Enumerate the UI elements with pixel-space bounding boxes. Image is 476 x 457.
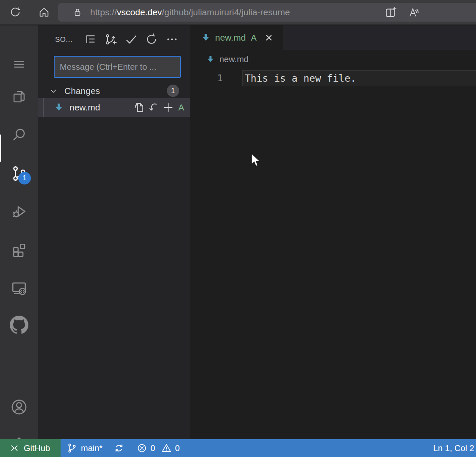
problems-status-item[interactable]: 0 0 bbox=[136, 439, 180, 457]
remote-indicator[interactable]: GitHub bbox=[0, 439, 61, 457]
source-control-sidebar: SO... bbox=[38, 25, 190, 439]
run-debug-icon bbox=[11, 203, 28, 220]
explorer-files-icon bbox=[11, 88, 27, 105]
stage-changes-button[interactable] bbox=[161, 98, 175, 117]
tab-new-md[interactable]: new.md A bbox=[190, 25, 283, 50]
account-icon bbox=[10, 398, 28, 416]
home-button[interactable] bbox=[36, 4, 53, 21]
commit-message-input[interactable] bbox=[54, 56, 181, 78]
sidebar-item-explorer[interactable] bbox=[0, 80, 38, 113]
tab-label: new.md bbox=[215, 33, 246, 43]
discard-icon bbox=[147, 101, 160, 114]
git-branch-icon bbox=[66, 443, 77, 454]
vscode-workbench: 1 bbox=[0, 25, 476, 439]
changes-count-badge: 1 bbox=[167, 85, 179, 97]
code-editor[interactable]: 1 This is a new file. bbox=[190, 69, 476, 439]
sidebar-title: SO... bbox=[55, 36, 72, 44]
error-icon bbox=[136, 443, 147, 454]
read-aloud-icon bbox=[408, 6, 421, 19]
status-bar: GitHub main* bbox=[0, 439, 476, 457]
sidebar-item-remote-explorer[interactable] bbox=[0, 272, 38, 304]
url-text: https://vscode.dev/github/juliamuiruri4/… bbox=[90, 7, 290, 17]
active-view-indicator bbox=[0, 135, 1, 162]
open-file-icon bbox=[133, 101, 146, 114]
browser-toolbar: https://vscode.dev/github/juliamuiruri4/… bbox=[0, 0, 476, 25]
code-line-text: This is a new file. bbox=[245, 70, 356, 86]
hamburger-menu-icon bbox=[12, 58, 26, 71]
source-control-badge: 1 bbox=[18, 172, 31, 184]
source-control-icon: 1 bbox=[11, 165, 28, 182]
refresh-icon bbox=[9, 6, 21, 18]
git-status-letter: A bbox=[175, 102, 187, 113]
discard-changes-button[interactable] bbox=[147, 98, 161, 117]
refresh-scm-button[interactable] bbox=[144, 31, 160, 47]
markdown-file-icon bbox=[206, 55, 215, 64]
sidebar-item-search[interactable] bbox=[0, 118, 38, 151]
extensions-icon bbox=[11, 241, 28, 258]
breadcrumb[interactable]: new.md bbox=[190, 50, 476, 69]
sidebar-item-run-debug[interactable] bbox=[0, 195, 38, 228]
tab-git-status: A bbox=[251, 33, 256, 43]
url-path: /github/juliamuiruri4/julia-resume bbox=[162, 7, 290, 17]
editor-group: new.md A new.md bbox=[190, 25, 476, 439]
menu-button[interactable] bbox=[0, 48, 38, 80]
changes-label: Changes bbox=[64, 86, 100, 96]
branch-status-item[interactable]: main* bbox=[66, 439, 102, 457]
home-icon bbox=[38, 6, 50, 18]
git-fetch-icon bbox=[104, 33, 118, 46]
fetch-button[interactable] bbox=[103, 31, 119, 47]
markdown-file-icon bbox=[201, 33, 211, 43]
browser-window: https://vscode.dev/github/juliamuiruri4/… bbox=[0, 0, 476, 457]
sync-icon bbox=[113, 443, 125, 454]
list-tree-icon bbox=[84, 33, 97, 46]
markdown-file-icon bbox=[53, 102, 64, 113]
open-file-button[interactable] bbox=[132, 98, 147, 117]
sync-status-item[interactable] bbox=[113, 439, 125, 457]
sidebar-item-github[interactable] bbox=[0, 309, 38, 341]
url-domain: vscode.dev bbox=[117, 7, 162, 17]
close-icon bbox=[265, 33, 273, 42]
indent-guide bbox=[43, 98, 44, 117]
changes-section-header[interactable]: Changes 1 bbox=[38, 83, 190, 99]
ellipsis-icon bbox=[166, 33, 178, 46]
mouse-cursor bbox=[250, 153, 262, 168]
check-icon bbox=[125, 33, 138, 46]
warning-count: 0 bbox=[175, 443, 180, 453]
close-tab-button[interactable] bbox=[263, 31, 275, 44]
github-icon bbox=[10, 316, 28, 334]
tab-strip: new.md A bbox=[190, 25, 476, 50]
split-screen-button[interactable] bbox=[385, 6, 397, 19]
sidebar-item-source-control[interactable]: 1 bbox=[0, 157, 38, 190]
cursor-position-item[interactable]: Ln 1, Col 2 bbox=[433, 439, 474, 457]
more-actions-button[interactable] bbox=[164, 31, 180, 47]
changed-file-name: new.md bbox=[69, 102, 100, 113]
error-count: 0 bbox=[150, 443, 155, 453]
refresh-button[interactable] bbox=[7, 4, 24, 21]
warning-icon bbox=[161, 443, 172, 454]
account-button[interactable] bbox=[0, 391, 38, 423]
split-screen-icon bbox=[385, 6, 397, 19]
read-aloud-button[interactable] bbox=[408, 6, 421, 19]
search-icon bbox=[11, 127, 27, 143]
remote-label: GitHub bbox=[24, 443, 50, 453]
plus-icon bbox=[162, 101, 174, 114]
refresh-icon bbox=[145, 33, 158, 46]
line-number: 1 bbox=[190, 70, 223, 86]
lock-icon bbox=[72, 7, 83, 18]
chevron-down-icon bbox=[49, 87, 58, 95]
view-as-tree-button[interactable] bbox=[83, 31, 99, 47]
changed-file-row[interactable]: new.md bbox=[38, 98, 190, 117]
branch-name: main* bbox=[81, 443, 102, 453]
commit-button[interactable] bbox=[123, 31, 139, 47]
url-protocol: https:// bbox=[90, 7, 117, 17]
sidebar-item-extensions[interactable] bbox=[0, 234, 38, 266]
remote-explorer-icon bbox=[11, 279, 28, 296]
breadcrumb-item: new.md bbox=[219, 55, 249, 64]
activity-bar: 1 bbox=[0, 25, 38, 439]
remote-icon bbox=[9, 443, 19, 453]
